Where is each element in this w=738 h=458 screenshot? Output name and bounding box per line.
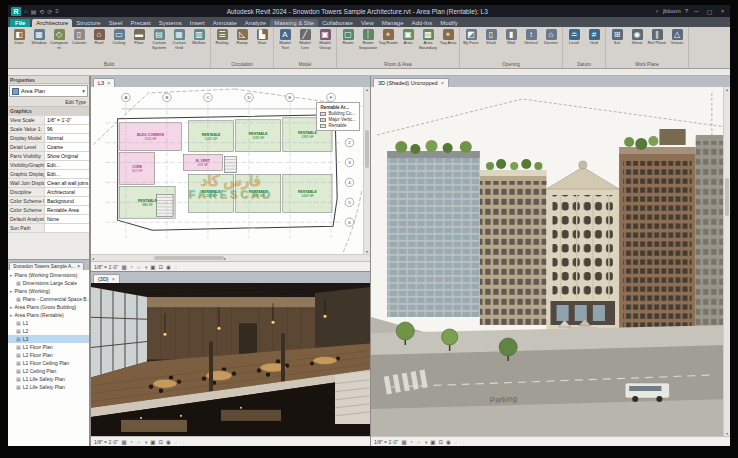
menu-icon[interactable]: ≡: [55, 8, 59, 15]
tool-curtain-grid[interactable]: ▦Curtain Grid: [169, 28, 189, 51]
browser-item-l1-floor-ceiling-plan[interactable]: ▦L1 Floor Ceiling Plan: [8, 359, 89, 367]
ribbon-tab-modify[interactable]: Modify: [436, 19, 462, 27]
sun-path-icon[interactable]: ☼: [416, 439, 421, 445]
close-icon[interactable]: ×: [112, 276, 115, 282]
close-icon[interactable]: ×: [441, 80, 444, 86]
tool-area[interactable]: ▣Area: [398, 28, 418, 46]
type-selector[interactable]: Area Plan ▾: [9, 85, 88, 97]
property-value[interactable]: Background: [44, 197, 89, 205]
vertical-scrollbar[interactable]: ▴ ▾: [363, 87, 370, 254]
reveal-hidden-icon[interactable]: ◌: [454, 439, 457, 445]
view-tab-l3[interactable]: L3 ×: [93, 78, 115, 87]
crop-view-icon[interactable]: ▣: [430, 439, 435, 445]
tool-tag-room[interactable]: ⌖Tag Room: [378, 28, 398, 46]
ribbon-tab-collaborate[interactable]: Collaborate: [318, 19, 357, 27]
visual-style-icon[interactable]: ◔: [410, 439, 413, 445]
ribbon-tab-view[interactable]: View: [357, 19, 378, 27]
area-tag-value[interactable]: 1395 SF: [301, 135, 313, 139]
scroll-left-icon[interactable]: ◂: [92, 256, 94, 261]
temporary-hide-icon[interactable]: ◉: [446, 439, 451, 445]
save-icon[interactable]: ▤: [31, 8, 37, 15]
area-tag-value[interactable]: 1172 SF: [252, 194, 264, 198]
view-tab-3d-shaded[interactable]: 3D (Shaded) Uncropped ×: [373, 78, 449, 87]
browser-item-l2-life-safety-plan[interactable]: ▦L2 Life Safety Plan: [8, 383, 89, 391]
tool-model-text[interactable]: AModel Text: [275, 28, 295, 51]
browser-item-area-plans-gross-building[interactable]: ▸Area Plans (Gross Building): [8, 303, 89, 311]
temporary-hide-icon[interactable]: ◉: [166, 439, 171, 445]
area-tag-value[interactable]: 986 SF: [142, 203, 153, 207]
home-icon[interactable]: ⌂: [24, 8, 28, 15]
detail-level-icon[interactable]: ▦: [121, 439, 126, 445]
ribbon-tab-structure[interactable]: Structure: [72, 19, 104, 27]
scroll-right-icon[interactable]: ▸: [224, 256, 226, 261]
scrollbar-thumb[interactable]: [365, 130, 369, 168]
sun-path-icon[interactable]: ☼: [136, 439, 141, 445]
area-tag-value[interactable]: 612 SF: [132, 169, 143, 173]
scroll-up-icon[interactable]: ▴: [726, 87, 728, 92]
edit-type-button[interactable]: Edit Type: [8, 98, 89, 107]
interior-3d-canvas[interactable]: [91, 283, 370, 436]
vertical-scrollbar[interactable]: ▴ ▾: [723, 87, 730, 436]
show-crop-icon[interactable]: ⊡: [159, 439, 164, 445]
close-icon[interactable]: ×: [77, 264, 80, 269]
revit-logo-icon[interactable]: R: [11, 7, 21, 16]
ribbon-tab-annotate[interactable]: Annotate: [209, 19, 241, 27]
tool-area-boundary[interactable]: ▩Area Boundary: [418, 28, 438, 51]
ribbon-tab-precast[interactable]: Precast: [126, 19, 154, 27]
undo-icon[interactable]: ⟲: [39, 8, 44, 15]
property-value[interactable]: Edit...: [44, 161, 89, 169]
tool-roof[interactable]: ⌂Roof: [89, 28, 109, 46]
browser-item-l1-life-safety-plan[interactable]: ▦L1 Life Safety Plan: [8, 375, 89, 383]
ribbon-tab-architecture[interactable]: Architecture: [32, 19, 72, 27]
scroll-down-icon[interactable]: ▾: [726, 431, 728, 436]
tool-floor[interactable]: ▬Floor: [129, 28, 149, 46]
scale-label[interactable]: 1/8" = 1'-0": [94, 439, 118, 445]
property-value[interactable]: Clean all wall joins: [44, 179, 89, 187]
area-tag-value[interactable]: 1135 SF: [144, 137, 156, 141]
property-value[interactable]: Architectural: [44, 188, 89, 196]
tool-viewer[interactable]: △Viewer: [667, 28, 687, 46]
tool-room[interactable]: ▢Room: [338, 28, 358, 46]
visual-style-icon[interactable]: ◔: [130, 264, 133, 270]
scroll-down-icon[interactable]: ▾: [366, 249, 368, 254]
crop-view-icon[interactable]: ▣: [150, 264, 155, 270]
property-value[interactable]: None: [44, 215, 89, 223]
tool-shaft[interactable]: ▯Shaft: [481, 28, 501, 46]
browser-item-l2[interactable]: ▦L2: [8, 327, 89, 335]
browser-item-l1[interactable]: ▦L1: [8, 319, 89, 327]
area-tag-value[interactable]: 1408 SF: [301, 194, 313, 198]
color-fill-legend[interactable]: Rentable Ar... Building Co...Major Verti…: [316, 102, 360, 131]
search-icon[interactable]: ⌕: [656, 8, 659, 15]
minimize-button[interactable]: ─: [692, 8, 701, 14]
property-value[interactable]: Coarse: [44, 143, 89, 151]
tool-set[interactable]: ⊞Set: [607, 28, 627, 46]
property-value[interactable]: 1/8" = 1'-0": [44, 116, 89, 124]
tool-ceiling[interactable]: ▭Ceiling: [109, 28, 129, 46]
tool-ramp[interactable]: ◺Ramp: [232, 28, 252, 46]
scrollbar-thumb[interactable]: [154, 256, 224, 260]
browser-item-dimensions-large-scale[interactable]: ▦Dimensions Large Scale: [8, 279, 89, 287]
scale-label[interactable]: 1/8" = 1'-0": [94, 264, 118, 270]
property-value[interactable]: Normal: [44, 134, 89, 142]
redo-icon[interactable]: ⟳: [47, 8, 52, 15]
scale-label[interactable]: 1/8" = 1'-0": [374, 439, 398, 445]
shadows-icon[interactable]: ◑: [144, 264, 147, 270]
tool-vertical[interactable]: ↕Vertical: [521, 28, 541, 46]
tool-wall[interactable]: ▮Wall: [501, 28, 521, 46]
reveal-hidden-icon[interactable]: ◌: [174, 264, 177, 270]
help-icon[interactable]: ?: [685, 8, 688, 14]
browser-item-plans-working-dimensions[interactable]: ▸Plans (Working Dimensions): [8, 271, 89, 279]
ribbon-tab-manage[interactable]: Manage: [378, 19, 408, 27]
area-tag-value[interactable]: 1183 SF: [252, 136, 264, 140]
browser-item-area-plans-rentable[interactable]: ▸Area Plans (Rentable): [8, 311, 89, 319]
reveal-hidden-icon[interactable]: ◌: [174, 439, 177, 445]
area-tag-value[interactable]: 1241 SF: [205, 137, 217, 141]
tool-stair[interactable]: ▙Stair: [252, 28, 272, 46]
sun-path-icon[interactable]: ☼: [136, 264, 141, 270]
browser-item-plans-commercial-space-b[interactable]: ▦Plans - Commercial Space B...: [8, 295, 89, 303]
property-value[interactable]: Rentable Area: [44, 206, 89, 214]
close-button[interactable]: ×: [718, 8, 727, 14]
tool-railing[interactable]: ☰Railing: [212, 28, 232, 46]
browser-item-plans-working[interactable]: ▸Plans (Working): [8, 287, 89, 295]
scroll-up-icon[interactable]: ▴: [366, 87, 368, 92]
